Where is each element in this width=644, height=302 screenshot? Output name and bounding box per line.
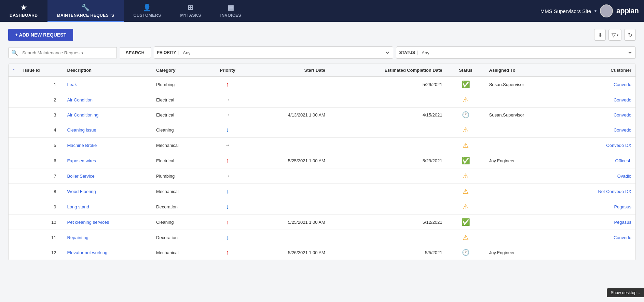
table-wrap: ↑ Issue Id Description Category Priority… (8, 64, 636, 260)
row-estimated-completion (329, 168, 447, 184)
row-customer[interactable]: Pegasus (562, 215, 635, 230)
status-header: Status (446, 64, 485, 77)
row-customer[interactable]: Convedo (562, 92, 635, 108)
row-assigned-to (485, 215, 562, 230)
row-estimated-completion: 5/29/2021 (329, 77, 447, 92)
nav-item-dashboard[interactable]: ★ DASHBOARD (0, 0, 47, 22)
table-row[interactable]: 6 Exposed wires Electrical ↑ 5/25/2021 1… (9, 153, 635, 168)
row-description[interactable]: Boiler Service (63, 168, 152, 184)
row-customer[interactable]: Convedo (562, 108, 635, 122)
table-row[interactable]: 2 Air Condition Electrical → ⚠ Convedo (9, 92, 635, 108)
row-description[interactable]: Air Condition (63, 92, 152, 108)
row-start-date: 4/13/2021 1:00 AM (249, 108, 329, 122)
status-label: STATUS (399, 50, 415, 55)
status-warning-icon: ⚠ (463, 96, 469, 104)
priority-select[interactable]: Any High Medium Low (181, 50, 390, 56)
search-input[interactable] (21, 47, 117, 58)
priority-label: PRIORITY (157, 50, 176, 55)
row-issue-id: 1 (19, 77, 63, 92)
row-issue-id: 2 (19, 92, 63, 108)
row-customer[interactable]: Convedo (562, 230, 635, 245)
row-start-date (249, 138, 329, 153)
nav-item-mytasks[interactable]: ⊞ MYTASKS (170, 0, 210, 22)
row-category: Cleaning (152, 122, 206, 138)
svg-point-0 (604, 7, 609, 12)
row-description[interactable]: Cleaning issue (63, 122, 152, 138)
row-status: ✅ (446, 77, 485, 92)
table-row[interactable]: 8 Wood Flooring Mechanical ↓ ⚠ Not Conve… (9, 184, 635, 199)
row-status: ✅ (446, 153, 485, 168)
refresh-button[interactable]: ↻ (624, 29, 636, 41)
download-button[interactable]: ⬇ (594, 29, 606, 41)
row-assigned-to: Joy.Engineer (485, 153, 562, 168)
svg-point-1 (602, 13, 611, 17)
customers-icon: 👤 (143, 3, 152, 12)
status-select[interactable]: Any Complete Pending In Progress (420, 50, 633, 56)
row-description[interactable]: Exposed wires (63, 153, 152, 168)
row-description[interactable]: Wood Flooring (63, 184, 152, 199)
row-priority: ↓ (206, 199, 248, 215)
table-row[interactable]: 3 Air Conditioning Electrical → 4/13/202… (9, 108, 635, 122)
maintenance-icon: 🔧 (81, 3, 90, 12)
row-sort-cell (9, 215, 19, 230)
row-description[interactable]: Elevator not working (63, 245, 152, 260)
table-row[interactable]: 11 Repainting Decoration ↓ ⚠ Convedo (9, 230, 635, 245)
estimated-completion-header: Estimated Completion Date (329, 64, 447, 77)
nav-right: MMS Supervisors Site ▾ appian (540, 0, 644, 22)
table-header-row: ↑ Issue Id Description Category Priority… (9, 64, 635, 77)
row-status: 🕐 (446, 108, 485, 122)
search-button[interactable]: SEARCH (120, 47, 151, 58)
row-customer[interactable]: Convedo DX (562, 138, 635, 153)
row-customer[interactable] (562, 245, 635, 260)
row-assigned-to: Susan.Supervisor (485, 77, 562, 92)
priority-filter: PRIORITY | Any High Medium Low (154, 46, 394, 59)
row-issue-id: 11 (19, 230, 63, 245)
table-row[interactable]: 12 Elevator not working Mechanical ↑ 5/2… (9, 245, 635, 260)
row-description[interactable]: Long stand (63, 199, 152, 215)
row-estimated-completion: 5/12/2021 (329, 215, 447, 230)
row-description[interactable]: Repainting (63, 230, 152, 245)
row-sort-cell (9, 168, 19, 184)
row-customer[interactable]: Convedo (562, 77, 635, 92)
table-row[interactable]: 10 Pet cleaning services Cleaning ↑ 5/25… (9, 215, 635, 230)
table-row[interactable]: 4 Cleaning issue Cleaning ↓ ⚠ Convedo (9, 122, 635, 138)
table-row[interactable]: 1 Leak Plumbing ↑ 5/29/2021 ✅ Susan.Supe… (9, 77, 635, 92)
row-description[interactable]: Pet cleaning services (63, 215, 152, 230)
avatar[interactable] (600, 4, 613, 17)
row-issue-id: 12 (19, 245, 63, 260)
row-start-date (249, 168, 329, 184)
nav-dropdown-icon[interactable]: ▾ (594, 9, 597, 13)
appian-logo: appian (616, 6, 639, 15)
row-status: ⚠ (446, 122, 485, 138)
table-row[interactable]: 9 Long stand Decoration ↓ ⚠ Pegasus (9, 199, 635, 215)
row-issue-id: 10 (19, 215, 63, 230)
priority-low-icon: ↓ (226, 234, 229, 241)
row-assigned-to (485, 92, 562, 108)
row-priority: ↑ (206, 77, 248, 92)
row-sort-cell (9, 138, 19, 153)
row-sort-cell (9, 153, 19, 168)
row-description[interactable]: Air Conditioning (63, 108, 152, 122)
priority-low-icon: ↓ (226, 126, 229, 133)
nav-item-maintenance[interactable]: 🔧 MAINTENANCE REQUESTS (47, 0, 124, 22)
row-customer[interactable]: Ovadio (562, 168, 635, 184)
table-row[interactable]: 7 Boiler Service Plumbing → ⚠ Ovadio (9, 168, 635, 184)
nav-item-invoices[interactable]: ▤ INVOICES (211, 0, 251, 22)
row-customer[interactable]: Pegasus (562, 199, 635, 215)
nav-item-customers[interactable]: 👤 CUSTOMERS (124, 0, 171, 22)
row-customer[interactable]: OfficesL (562, 153, 635, 168)
row-issue-id: 6 (19, 153, 63, 168)
row-description[interactable]: Leak (63, 77, 152, 92)
priority-low-icon: ↓ (226, 188, 229, 195)
table-row[interactable]: 5 Machine Broke Mechanical → ⚠ Convedo D… (9, 138, 635, 153)
row-status: ⚠ (446, 168, 485, 184)
sort-column-header[interactable]: ↑ (9, 64, 19, 77)
row-category: Mechanical (152, 184, 206, 199)
site-name[interactable]: MMS Supervisors Site (540, 8, 591, 14)
filter-button[interactable]: ▽ ▾ (608, 29, 621, 41)
row-customer[interactable]: Convedo (562, 122, 635, 138)
row-description[interactable]: Machine Broke (63, 138, 152, 153)
row-customer[interactable]: Not Convedo DX (562, 184, 635, 199)
add-new-request-button[interactable]: + ADD NEW REQUEST (8, 29, 73, 41)
row-estimated-completion (329, 92, 447, 108)
